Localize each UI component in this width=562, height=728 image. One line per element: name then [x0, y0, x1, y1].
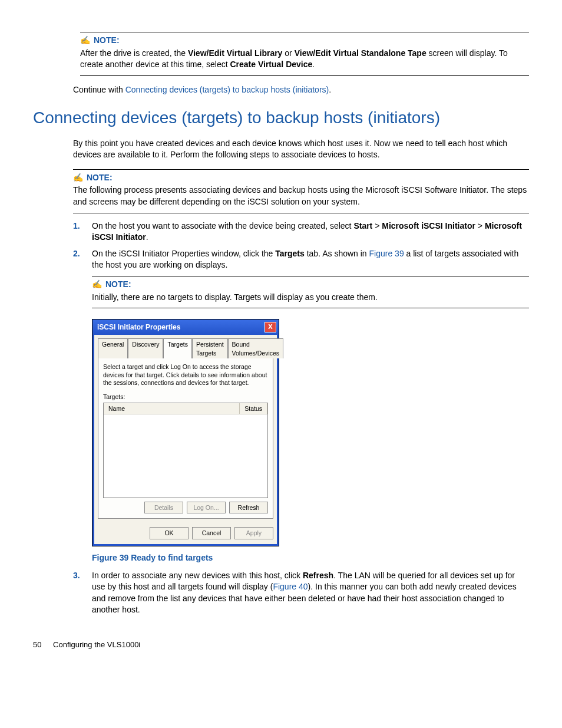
note-icon [80, 35, 90, 47]
note-body: Initially, there are no targets to displ… [92, 292, 529, 304]
step-3: 3. In order to associate any new devices… [73, 570, 529, 616]
window-title: iSCSI Initiator Properties [97, 322, 180, 332]
figure-caption: Figure 39 Ready to find targets [92, 552, 529, 564]
targets-label: Targets: [103, 393, 268, 401]
figure-39-link[interactable]: Figure 39 [369, 249, 404, 258]
step-1: 1. On the host you want to associate wit… [73, 220, 529, 243]
page-footer: 50 Configuring the VLS1000i [33, 640, 529, 650]
window-titlebar: iSCSI Initiator Properties X [92, 319, 279, 335]
tab-targets[interactable]: Targets [163, 338, 191, 358]
cancel-button[interactable]: Cancel [192, 527, 231, 539]
note-heading: NOTE: [92, 279, 529, 291]
tab-discovery[interactable]: Discovery [128, 338, 163, 358]
tab-bound[interactable]: Bound Volumes/Devices [228, 338, 284, 358]
apply-button[interactable]: Apply [234, 527, 273, 539]
tab-general[interactable]: General [98, 338, 128, 358]
chapter-title: Configuring the VLS1000i [53, 640, 140, 649]
page-number: 50 [33, 640, 41, 649]
note-label: NOTE: [87, 172, 113, 184]
step-2: 2. On the iSCSI Initiator Properties win… [73, 248, 529, 271]
refresh-button[interactable]: Refresh [229, 502, 268, 514]
details-button[interactable]: Details [144, 502, 183, 514]
logon-button[interactable]: Log On... [187, 502, 226, 514]
close-icon[interactable]: X [265, 322, 276, 332]
tab-strip: General Discovery Targets Persistent Tar… [98, 338, 273, 358]
note-heading: NOTE: [80, 35, 529, 47]
col-name: Name [104, 403, 240, 414]
iscsi-window: iSCSI Initiator Properties X General Dis… [92, 319, 279, 546]
note-label: NOTE: [94, 35, 120, 47]
panel-instructions: Select a target and click Log On to acce… [103, 363, 268, 386]
continue-paragraph: Continue with Connecting devices (target… [73, 84, 529, 96]
note-icon [73, 172, 83, 184]
note-icon [92, 279, 102, 291]
note-heading: NOTE: [73, 172, 529, 184]
col-status: Status [240, 403, 267, 414]
note-body: The following process presents associati… [73, 185, 529, 207]
section-heading: Connecting devices (targets) to backup h… [33, 106, 529, 129]
ok-button[interactable]: OK [150, 527, 189, 539]
continue-link[interactable]: Connecting devices (targets) to backup h… [125, 85, 329, 94]
figure-40-link[interactable]: Figure 40 [273, 582, 308, 591]
note-body: After the drive is created, the View/Edi… [80, 48, 529, 71]
intro-paragraph: By this point you have created devices a… [73, 138, 529, 161]
note-label: NOTE: [105, 279, 131, 291]
tab-persistent[interactable]: Persistent Targets [192, 338, 228, 358]
targets-list[interactable]: Name Status [103, 403, 268, 498]
